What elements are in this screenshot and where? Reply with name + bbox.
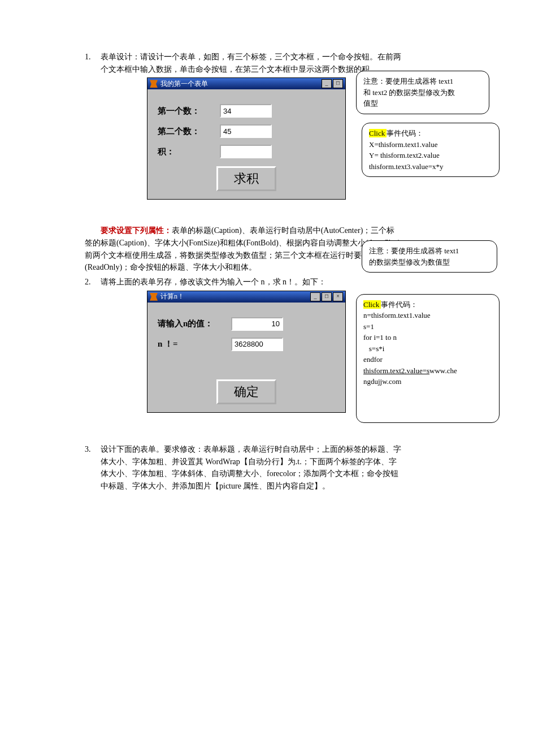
- form1-text1[interactable]: [220, 104, 272, 118]
- form1-window: 我的第一个表单 _ □ 第一个数： 第二个数：: [147, 77, 346, 200]
- close-icon[interactable]: ×: [333, 292, 343, 301]
- form2-button[interactable]: 确定: [216, 379, 276, 404]
- form1-button[interactable]: 求积: [216, 166, 276, 191]
- form1-label2: 第二个数：: [158, 126, 220, 137]
- q3-number: 3.: [85, 443, 101, 456]
- callout-code2: Click 事件代码： n=thisform.text1.value s=1 f…: [356, 294, 500, 423]
- form2-label1: 请输入n的值：: [158, 318, 231, 329]
- callout-note2: 注意：要使用生成器将 text1 的数据类型修改为数值型: [362, 240, 497, 273]
- form1-label3: 积：: [158, 146, 220, 157]
- callout-code1: Click 事件代码： X=thisform.text1.value Y= th…: [362, 123, 500, 177]
- form1-text3[interactable]: [220, 145, 272, 158]
- form2-text1[interactable]: [231, 317, 283, 331]
- form2-title: 计算n！: [160, 292, 184, 301]
- maximize-icon[interactable]: □: [333, 79, 343, 88]
- form2-titlebar: 计算n！ _ □ ×: [147, 291, 345, 303]
- q1-number: 1.: [85, 51, 101, 63]
- minimize-icon[interactable]: _: [322, 79, 332, 88]
- form2-text2[interactable]: [231, 338, 283, 351]
- q2-number: 2.: [85, 276, 101, 288]
- form1-title: 我的第一个表单: [160, 79, 208, 89]
- form1-label1: 第一个数：: [158, 106, 220, 116]
- form2-window: 计算n！ _ □ × 请输入n的值： n ！=: [147, 291, 346, 413]
- callout-note1: 注意：要使用生成器将 text1 和 text2 的数据类型修改为数 值型: [356, 71, 489, 114]
- minimize-icon[interactable]: _: [310, 292, 320, 301]
- maximize-icon[interactable]: □: [322, 292, 332, 301]
- q2-text: 2.请将上面的表单另存，修改该文件为输入一个 n，求 n！。如下：: [85, 276, 477, 288]
- fox-icon: [150, 293, 158, 301]
- fox-icon: [150, 80, 158, 88]
- form2-label2: n ！=: [158, 339, 231, 349]
- req-head: 要求设置下列属性：: [101, 226, 172, 235]
- q3-text: 3.设计下面的表单。要求修改：表单标题，表单运行时自动居中；上面的标签的标题、字…: [85, 443, 477, 493]
- form1-titlebar: 我的第一个表单 _ □: [147, 78, 345, 89]
- form1-text2[interactable]: [220, 124, 272, 138]
